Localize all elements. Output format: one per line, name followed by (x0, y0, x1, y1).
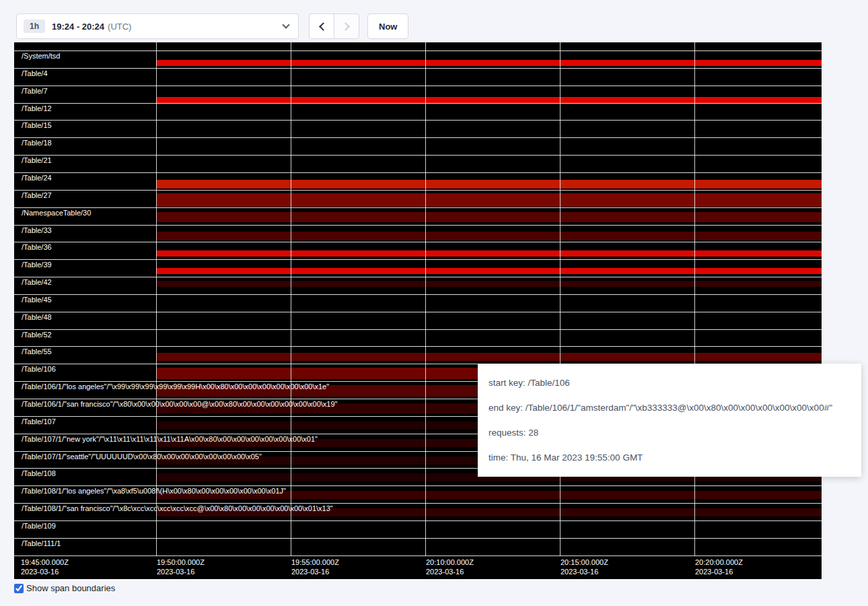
time-axis-label: 20:10:00.000Z2023-03-16 (426, 558, 474, 576)
tooltip-line: time: Thu, 16 Mar 2023 19:55:00 GMT (489, 452, 851, 463)
span-label: /Table/108 (22, 469, 56, 478)
span-row[interactable]: /Table/108/1/"los angeles"/"\xa8\xf5\u00… (14, 485, 822, 503)
span-row[interactable]: /Table/52 (14, 329, 822, 347)
span-row[interactable]: /Table/18 (14, 137, 822, 155)
span-label: /Table/7 (22, 87, 48, 96)
span-label: /Table/108/1/"los angeles"/"\xa8\xf5\u00… (22, 487, 286, 496)
span-row[interactable]: /Table/7 (14, 86, 822, 103)
chevron-left-icon (319, 22, 328, 31)
time-nav-group (309, 13, 359, 39)
span-row[interactable]: /NamespaceTable/30 (14, 207, 822, 225)
show-span-boundaries-checkbox[interactable] (14, 584, 24, 593)
heat-band[interactable] (156, 212, 822, 222)
time-axis-label: 20:15:00.000Z2023-03-16 (560, 558, 608, 576)
span-row[interactable]: /Table/12 (14, 103, 822, 121)
span-row[interactable]: /Table/24 (14, 172, 822, 190)
footer: Show span boundaries (14, 583, 115, 593)
span-label: /Table/33 (22, 226, 52, 235)
heat-band[interactable] (156, 250, 822, 257)
span-label: /Table/39 (22, 261, 52, 269)
span-label: /Table/4 (22, 69, 48, 78)
heat-band[interactable] (156, 268, 822, 274)
span-row[interactable]: /Table/45 (14, 294, 822, 312)
span-tooltip: start key: /Table/106end key: /Table/106… (478, 364, 861, 477)
span-label: /Table/52 (22, 331, 52, 339)
time-range-label: 19:24 - 20:24 (52, 22, 104, 32)
span-label: /Table/111/1 (22, 539, 61, 548)
heat-band[interactable] (156, 97, 822, 103)
span-label: /Table/109 (22, 522, 56, 531)
span-label: /Table/108/1/"san francisco"/"\x8c\xcc\x… (22, 504, 333, 513)
span-label: /Table/27 (22, 191, 52, 200)
span-label: /Table/12 (22, 104, 52, 113)
span-row[interactable]: /Table/21 (14, 155, 822, 172)
time-axis-label: 19:45:00.000Z2023-03-16 (21, 558, 69, 576)
time-gridline (425, 42, 426, 556)
span-label: /Table/45 (22, 296, 52, 304)
time-range-selector[interactable]: 1h 19:24 - 20:24 (UTC) (16, 13, 299, 39)
time-gridline (694, 42, 695, 556)
span-label: /Table/36 (22, 243, 52, 252)
heat-band[interactable] (156, 60, 822, 66)
span-label: /Table/107 (22, 417, 56, 426)
span-row[interactable]: /Table/27 (14, 190, 822, 207)
heat-band[interactable] (156, 232, 822, 240)
time-axis-label: 19:55:00.000Z2023-03-16 (291, 558, 339, 576)
span-boundary-line (14, 556, 822, 556)
span-row[interactable]: /Table/111/1 (14, 538, 822, 556)
span-label: /System/tsd (22, 52, 60, 61)
heat-band[interactable] (156, 193, 822, 207)
span-label: /Table/107/1/"seattle"/"UUUUUUD\x00\x80\… (22, 452, 262, 461)
span-label: /Table/21 (22, 156, 52, 165)
span-row[interactable]: /Table/55 (14, 346, 822, 364)
heat-band[interactable] (156, 353, 822, 361)
span-row[interactable]: /Table/48 (14, 312, 822, 329)
span-label: /Table/15 (22, 121, 52, 130)
duration-badge: 1h (24, 20, 45, 33)
span-label: /Table/24 (22, 174, 52, 182)
time-axis-label: 19:50:00.000Z2023-03-16 (157, 558, 205, 576)
tooltip-line: requests: 28 (489, 427, 851, 438)
time-gridline (291, 42, 291, 556)
time-gridline (156, 42, 157, 556)
span-label: /Table/18 (22, 139, 52, 147)
tooltip-line: start key: /Table/106 (489, 377, 851, 389)
span-label: /Table/48 (22, 313, 52, 322)
span-label: /Table/107/1/"new york"/"\x11\x11\x11\x1… (22, 435, 318, 444)
now-button[interactable]: Now (367, 13, 408, 39)
span-label: /Table/106/1/"los angeles"/"\x99\x99\x99… (22, 382, 329, 391)
chevron-right-icon (341, 22, 350, 31)
time-gridline (560, 42, 560, 556)
span-row[interactable]: /Table/42 (14, 277, 822, 294)
time-zone-label: (UTC) (108, 22, 131, 32)
span-label: /Table/106 (22, 365, 56, 374)
heat-band[interactable] (156, 180, 822, 189)
key-visualizer-canvas[interactable]: /System/tsd/Table/4/Table/7/Table/12/Tab… (14, 42, 822, 579)
span-row[interactable]: /Table/15 (14, 120, 822, 137)
span-row[interactable]: /Table/109 (14, 520, 822, 538)
next-time-button[interactable] (334, 13, 359, 39)
time-axis-label: 20:20:00.000Z2023-03-16 (695, 558, 743, 576)
prev-time-button[interactable] (309, 13, 334, 39)
span-label: /Table/55 (22, 347, 52, 356)
span-row[interactable]: /Table/36 (14, 242, 822, 259)
span-label: /NamespaceTable/30 (22, 209, 91, 217)
span-boundary-line (14, 42, 822, 42)
chevron-down-icon (282, 21, 289, 28)
span-row[interactable]: /Table/4 (14, 68, 822, 86)
span-label: /Table/42 (22, 278, 52, 287)
tooltip-line: end key: /Table/106/1/"amsterdam"/"\xb33… (489, 402, 851, 413)
heat-band[interactable] (156, 281, 822, 287)
span-row[interactable]: /Table/108/1/"san francisco"/"\x8c\xcc\x… (14, 503, 822, 520)
span-row[interactable]: /Table/39 (14, 259, 822, 277)
span-row[interactable]: /System/tsd (14, 50, 822, 68)
toolbar: 1h 19:24 - 20:24 (UTC) Now (16, 13, 408, 39)
show-span-boundaries-label: Show span boundaries (26, 583, 115, 593)
span-row[interactable]: /Table/33 (14, 225, 822, 242)
